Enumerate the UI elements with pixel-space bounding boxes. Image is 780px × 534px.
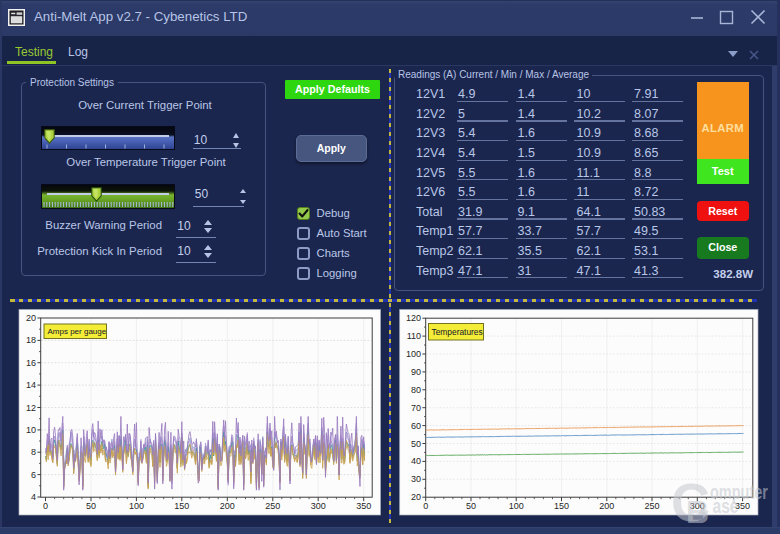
svg-text:300: 300 bbox=[311, 501, 326, 511]
svg-text:250: 250 bbox=[265, 501, 280, 511]
svg-text:50: 50 bbox=[411, 439, 421, 449]
svg-text:100: 100 bbox=[406, 349, 421, 359]
svg-text:12: 12 bbox=[26, 403, 36, 413]
svg-text:Amps per gauge: Amps per gauge bbox=[48, 327, 107, 336]
svg-text:B: B bbox=[686, 494, 709, 530]
svg-text:18: 18 bbox=[26, 335, 36, 345]
svg-text:8: 8 bbox=[31, 447, 36, 457]
svg-text:6: 6 bbox=[31, 470, 36, 480]
svg-text:0: 0 bbox=[423, 501, 428, 511]
svg-text:16: 16 bbox=[26, 358, 36, 368]
svg-text:50: 50 bbox=[86, 501, 96, 511]
svg-text:40: 40 bbox=[411, 456, 421, 466]
svg-text:4: 4 bbox=[31, 492, 36, 502]
svg-text:Temperatures: Temperatures bbox=[432, 327, 483, 337]
svg-text:90: 90 bbox=[411, 367, 421, 377]
svg-text:ase: ase bbox=[713, 495, 739, 517]
svg-text:20: 20 bbox=[411, 492, 421, 502]
svg-text:110: 110 bbox=[407, 331, 421, 341]
svg-text:150: 150 bbox=[174, 501, 189, 511]
svg-text:30: 30 bbox=[411, 474, 421, 484]
svg-text:100: 100 bbox=[129, 501, 144, 511]
svg-text:20: 20 bbox=[26, 313, 36, 323]
svg-text:60: 60 bbox=[411, 421, 421, 431]
svg-text:10: 10 bbox=[26, 425, 36, 435]
svg-text:100: 100 bbox=[509, 501, 524, 511]
svg-text:50: 50 bbox=[466, 501, 476, 511]
svg-text:70: 70 bbox=[411, 403, 421, 413]
svg-text:150: 150 bbox=[554, 501, 569, 511]
svg-text:250: 250 bbox=[644, 501, 659, 511]
svg-text:14: 14 bbox=[26, 380, 36, 390]
svg-text:80: 80 bbox=[411, 385, 421, 395]
svg-text:200: 200 bbox=[599, 501, 614, 511]
svg-text:120: 120 bbox=[406, 313, 421, 323]
svg-text:200: 200 bbox=[220, 501, 235, 511]
svg-text:350: 350 bbox=[356, 501, 371, 511]
svg-text:0: 0 bbox=[43, 501, 48, 511]
